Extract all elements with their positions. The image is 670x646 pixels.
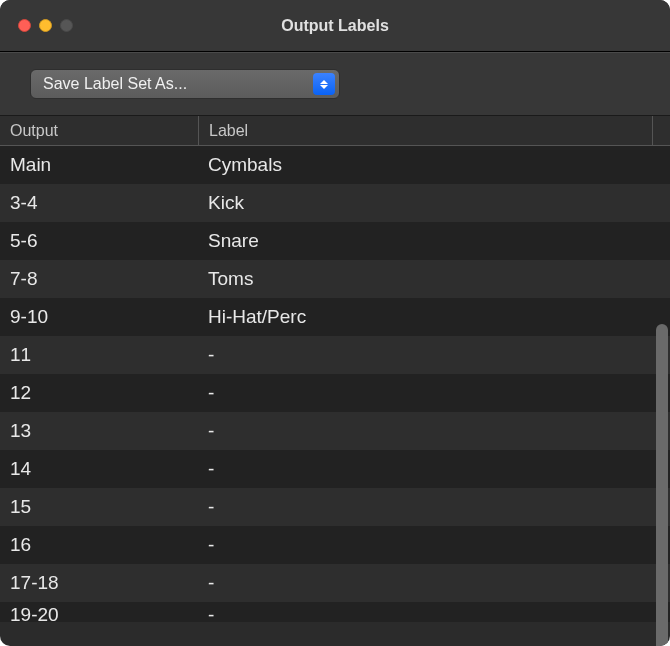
output-labels-window: Output Labels Save Label Set As... Outpu… xyxy=(0,0,670,646)
cell-label[interactable]: - xyxy=(198,604,670,622)
cell-label[interactable]: - xyxy=(198,572,670,594)
table-row[interactable]: 7-8 Toms xyxy=(0,260,670,298)
cell-label[interactable]: Hi-Hat/Perc xyxy=(198,306,670,328)
cell-output: 15 xyxy=(0,496,198,518)
cell-label[interactable]: Cymbals xyxy=(198,154,670,176)
cell-output: 13 xyxy=(0,420,198,442)
table-body: Main Cymbals 3-4 Kick 5-6 Snare 7-8 Toms… xyxy=(0,146,670,646)
toolbar: Save Label Set As... xyxy=(0,53,670,116)
cell-output: 11 xyxy=(0,344,198,366)
cell-label[interactable]: Kick xyxy=(198,192,670,214)
dropdown-button-icon xyxy=(313,73,335,95)
cell-label[interactable]: - xyxy=(198,458,670,480)
cell-output: 19-20 xyxy=(0,604,198,622)
cell-output: 3-4 xyxy=(0,192,198,214)
table-header: Output Label xyxy=(0,116,670,146)
cell-output: 14 xyxy=(0,458,198,480)
minimize-button[interactable] xyxy=(39,19,52,32)
table-row[interactable]: 3-4 Kick xyxy=(0,184,670,222)
dropdown-label: Save Label Set As... xyxy=(43,75,313,93)
cell-output: 16 xyxy=(0,534,198,556)
cell-label[interactable]: - xyxy=(198,344,670,366)
table-row[interactable]: 17-18 - xyxy=(0,564,670,602)
table-row[interactable]: 14 - xyxy=(0,450,670,488)
table-row[interactable]: 15 - xyxy=(0,488,670,526)
column-header-label[interactable]: Label xyxy=(198,116,652,145)
table-row[interactable]: 9-10 Hi-Hat/Perc xyxy=(0,298,670,336)
table-row[interactable]: 19-20 - xyxy=(0,602,670,622)
traffic-lights xyxy=(0,19,73,32)
maximize-button[interactable] xyxy=(60,19,73,32)
table-row[interactable]: 11 - xyxy=(0,336,670,374)
table-row[interactable]: 13 - xyxy=(0,412,670,450)
cell-output: 7-8 xyxy=(0,268,198,290)
column-header-output[interactable]: Output xyxy=(0,122,198,140)
cell-output: 5-6 xyxy=(0,230,198,252)
titlebar: Output Labels xyxy=(0,0,670,52)
chevron-down-icon xyxy=(320,85,328,89)
table-row[interactable]: Main Cymbals xyxy=(0,146,670,184)
close-button[interactable] xyxy=(18,19,31,32)
chevron-up-icon xyxy=(320,80,328,84)
cell-label[interactable]: Toms xyxy=(198,268,670,290)
table-row[interactable]: 16 - xyxy=(0,526,670,564)
cell-output: 12 xyxy=(0,382,198,404)
cell-label[interactable]: - xyxy=(198,420,670,442)
cell-output: 9-10 xyxy=(0,306,198,328)
label-set-dropdown[interactable]: Save Label Set As... xyxy=(30,69,340,99)
cell-label[interactable]: - xyxy=(198,496,670,518)
cell-output: Main xyxy=(0,154,198,176)
cell-label[interactable]: - xyxy=(198,382,670,404)
table-row[interactable]: 12 - xyxy=(0,374,670,412)
column-header-end xyxy=(652,116,670,145)
scrollbar[interactable] xyxy=(656,324,668,646)
window-title: Output Labels xyxy=(0,17,670,35)
cell-label[interactable]: - xyxy=(198,534,670,556)
table-row[interactable]: 5-6 Snare xyxy=(0,222,670,260)
cell-label[interactable]: Snare xyxy=(198,230,670,252)
cell-output: 17-18 xyxy=(0,572,198,594)
